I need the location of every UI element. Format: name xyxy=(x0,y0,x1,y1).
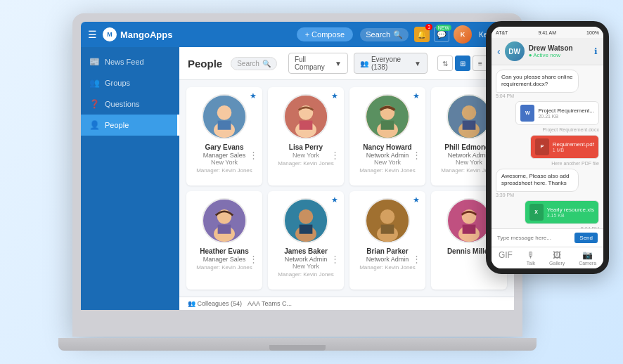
file-size: 20.21 KB xyxy=(538,114,594,119)
messages-button[interactable]: 💬 NEW xyxy=(434,27,449,42)
laptop-screen: ☰ M MangoApps + Compose Search 🔍 🔔 xyxy=(81,22,514,310)
star-icon[interactable]: ★ xyxy=(331,91,338,100)
teams-tab[interactable]: AAA Teams C... xyxy=(248,300,292,307)
more-options-icon[interactable]: ⋮ xyxy=(330,254,340,264)
person-card-gary-evans[interactable]: ★ Gary Evans xyxy=(186,87,262,186)
sidebar: 📰 News Feed 👥 Groups ❓ Questions 👤 xyxy=(81,47,179,310)
heather-evans-manager: Manager: Kevin Jones xyxy=(196,264,252,271)
pdf-file-icon: P xyxy=(535,138,549,155)
send-button[interactable]: Send xyxy=(574,233,598,243)
notification-badge: 3 xyxy=(425,24,432,30)
page-title: People xyxy=(188,58,222,70)
person-card-james-baker[interactable]: ★ James Baker xyxy=(268,191,344,290)
person-card-brian-parker[interactable]: ★ Brian Parker xyxy=(349,191,425,290)
company-filter[interactable]: Full Company ▼ xyxy=(288,53,348,74)
dennis-miller-name: Dennis Miller xyxy=(447,247,491,255)
file-name: Requirement.pdf xyxy=(553,141,594,148)
message-sent-file-1: W Project Requirement... 20.21 KB Projec… xyxy=(515,101,599,132)
sidebar-newsfeed-label: News Feed xyxy=(105,58,144,66)
sidebar-questions-label: Questions xyxy=(105,100,140,108)
filter-dropdown-icon: ▼ xyxy=(335,60,342,67)
person-card-nancy-howard[interactable]: ★ Nancy xyxy=(349,87,425,186)
nancy-howard-avatar xyxy=(365,94,410,139)
notifications-button[interactable]: 🔔 3 xyxy=(414,27,430,42)
message-time: 5:04 PM xyxy=(496,93,514,98)
nancy-howard-name: Nancy Howard xyxy=(363,143,411,151)
info-icon[interactable]: ℹ xyxy=(594,46,598,56)
more-options-icon[interactable]: ⋮ xyxy=(412,254,421,264)
carrier-label: AT&T xyxy=(496,30,508,35)
chat-input-field[interactable] xyxy=(497,235,572,241)
questions-icon: ❓ xyxy=(89,99,99,109)
svg-rect-3 xyxy=(218,121,231,130)
svg-rect-19 xyxy=(218,225,231,234)
chat-tab-talk[interactable]: 🎙 Talk xyxy=(527,250,535,266)
newsfeed-icon: 📰 xyxy=(89,57,99,67)
chat-tab-gif[interactable]: GIF xyxy=(499,250,513,266)
search-icon: 🔍 xyxy=(393,30,403,39)
person-card-lisa-perry[interactable]: ★ Lisa xyxy=(268,87,344,186)
file-name: Yearly resource.xls xyxy=(547,207,594,213)
user-avatar[interactable]: K xyxy=(454,25,472,44)
compose-label: + Compose xyxy=(305,30,345,39)
sort-icon[interactable]: ⇅ xyxy=(437,56,453,71)
heather-evans-name: Heather Evans xyxy=(200,247,248,255)
compose-button[interactable]: + Compose xyxy=(297,27,354,41)
talk-label: Talk xyxy=(527,261,535,266)
xls-file-icon: X xyxy=(529,204,544,221)
message-bubble: Awesome, Please also add spreadsheet her… xyxy=(496,169,579,192)
file-size: 1 MB xyxy=(553,148,594,152)
person-card-heather-evans[interactable]: Heather Evans Manager Sales Manager: Kev… xyxy=(186,191,262,290)
gary-evans-location: New York xyxy=(211,159,238,166)
sidebar-item-people[interactable]: 👤 People xyxy=(81,115,179,136)
sidebar-groups-label: Groups xyxy=(105,79,130,87)
star-icon[interactable]: ★ xyxy=(331,195,338,204)
gallery-label: Gallery xyxy=(549,261,565,266)
more-options-icon[interactable]: ⋮ xyxy=(249,254,258,264)
hamburger-icon[interactable]: ☰ xyxy=(88,29,97,40)
star-icon[interactable]: ★ xyxy=(250,91,257,100)
svg-rect-23 xyxy=(300,225,313,234)
gary-evans-avatar xyxy=(202,94,247,139)
star-icon[interactable]: ★ xyxy=(413,195,420,204)
svg-point-25 xyxy=(380,209,395,224)
more-options-icon[interactable]: ⋮ xyxy=(330,150,340,160)
heather-evans-role: Manager Sales xyxy=(203,256,246,263)
sidebar-item-newsfeed[interactable]: 📰 News Feed xyxy=(81,51,179,72)
chat-bottom-tabs: GIF 🎙 Talk 🖼 Gallery 📷 Camera xyxy=(492,247,603,268)
file-info: Yearly resource.xls 3.15 KB xyxy=(547,207,594,218)
phone-screen: AT&T 9:41 AM 100% ‹ DW Drew Watson ● Act… xyxy=(486,21,609,274)
james-baker-location: New York xyxy=(293,263,319,270)
james-baker-manager: Manager: Kevin Jones xyxy=(278,271,334,278)
lisa-perry-manager: Manager: Kevin Jones xyxy=(278,160,334,167)
search-text: Search xyxy=(366,30,390,39)
grid-view-button[interactable]: ⊞ xyxy=(455,56,470,71)
page-header: People Search 🔍 Full Company ▼ xyxy=(179,47,514,80)
star-icon[interactable]: ★ xyxy=(413,91,420,100)
chat-tab-gallery[interactable]: 🖼 Gallery xyxy=(549,250,565,266)
main-panel: People Search 🔍 Full Company ▼ xyxy=(179,47,514,310)
file-attachment[interactable]: W Project Requirement... 20.21 KB xyxy=(515,101,599,125)
message-sent-file-3: X Yearly resource.xls 3.15 KB 5:04 PM xyxy=(525,200,599,228)
pdf-attachment[interactable]: P Requirement.pdf 1 MB xyxy=(530,135,599,159)
more-options-icon[interactable]: ⋮ xyxy=(249,150,258,160)
doc-file-icon: W xyxy=(520,105,534,122)
sidebar-item-groups[interactable]: 👥 Groups xyxy=(81,72,179,93)
svg-rect-31 xyxy=(463,225,476,234)
back-button[interactable]: ‹ xyxy=(497,46,501,57)
search-bar[interactable]: Search 🔍 xyxy=(360,28,409,41)
xls-attachment[interactable]: X Yearly resource.xls 3.15 KB xyxy=(525,200,599,224)
more-options-icon[interactable]: ⋮ xyxy=(412,150,421,160)
sidebar-item-questions[interactable]: ❓ Questions xyxy=(81,93,179,115)
laptop-base xyxy=(58,338,537,351)
lisa-perry-avatar xyxy=(283,94,328,139)
people-search[interactable]: Search 🔍 xyxy=(231,57,277,70)
message-time: Project Requirement.docx xyxy=(542,127,599,132)
brian-parker-avatar xyxy=(365,198,410,243)
nancy-howard-role: Network Admin xyxy=(366,152,409,159)
laptop-screen-frame: ☰ M MangoApps + Compose Search 🔍 🔔 xyxy=(72,13,522,337)
gif-icon: GIF xyxy=(499,250,513,260)
colleagues-tab[interactable]: 👥 Colleagues (54) xyxy=(188,300,242,307)
chat-tab-camera[interactable]: 📷 Camera xyxy=(579,250,596,266)
sidebar-people-label: People xyxy=(105,121,129,129)
